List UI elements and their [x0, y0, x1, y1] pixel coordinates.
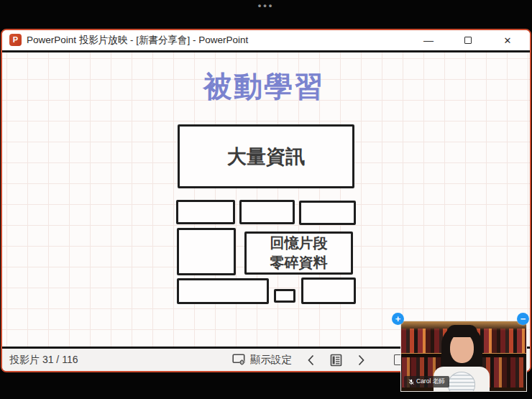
close-button[interactable]: ✕: [497, 31, 518, 50]
slide-menu-button[interactable]: [330, 349, 342, 371]
diagram-box-empty-4: [177, 228, 236, 275]
pen-tools-icon-partial[interactable]: [394, 354, 400, 365]
title-bar: P PowerPoint 投影片放映 - [新書分享會] - PowerPoin…: [2, 30, 530, 50]
display-settings-label: 顯示設定: [250, 353, 292, 367]
maximize-button[interactable]: [457, 31, 479, 50]
diagram-box-empty-5: [177, 278, 269, 304]
presenter-name: Carol 老師: [416, 377, 445, 386]
webcam-shrink-button[interactable]: −: [517, 313, 529, 325]
chevron-right-icon: [357, 354, 365, 366]
next-slide-button[interactable]: [357, 349, 365, 371]
minimize-icon: —: [423, 37, 434, 44]
diagram-box-memory-line2: 零碎資料: [270, 253, 328, 272]
diagram-box-information: 大量資訊: [178, 124, 354, 188]
diagram-box-empty-7: [301, 278, 356, 304]
previous-slide-button[interactable]: [307, 349, 315, 371]
microphone: [448, 372, 475, 392]
diagram-box-memory-line1: 回憶片段: [270, 234, 328, 253]
diagram-box-memory: 回憶片段 零碎資料: [244, 231, 353, 275]
minimize-button[interactable]: —: [418, 31, 439, 50]
presenter-name-badge: Carol 老師: [404, 376, 449, 387]
slide-counter: 投影片 31 / 116: [9, 349, 78, 371]
maximize-icon: [464, 37, 472, 44]
screen-share-top-bar: •••: [0, 0, 532, 29]
window-controls: — ✕: [418, 30, 518, 50]
close-icon: ✕: [504, 35, 512, 46]
diagram-box-empty-6: [274, 289, 295, 303]
webcam-enlarge-button[interactable]: +: [392, 313, 404, 325]
display-settings-icon: [232, 354, 247, 366]
window-title: PowerPoint 投影片放映 - [新書分享會] - PowerPoint: [27, 30, 248, 50]
diagram-box-empty-3: [299, 201, 356, 225]
slide-canvas[interactable]: 被動學習 大量資訊 回憶片段 零碎資料: [2, 52, 530, 347]
notes-list-icon: [330, 354, 342, 367]
chevron-left-icon: [307, 354, 315, 366]
webcam-overlay[interactable]: Carol 老師: [400, 321, 527, 392]
overflow-dots-icon[interactable]: •••: [0, 0, 532, 11]
mic-muted-icon: [408, 379, 414, 385]
slide-title: 被動學習: [2, 67, 526, 106]
diagram-box-information-label: 大量資訊: [227, 144, 305, 170]
powerpoint-logo-icon: P: [9, 34, 22, 46]
screen: ••• P PowerPoint 投影片放映 - [新書分享會] - Power…: [0, 0, 532, 399]
diagram-box-empty-1: [176, 200, 235, 224]
presenter-face: [450, 334, 474, 363]
presenter-bangs: [447, 325, 477, 337]
display-settings-button[interactable]: 顯示設定: [232, 349, 292, 371]
diagram-box-empty-2: [239, 200, 295, 224]
